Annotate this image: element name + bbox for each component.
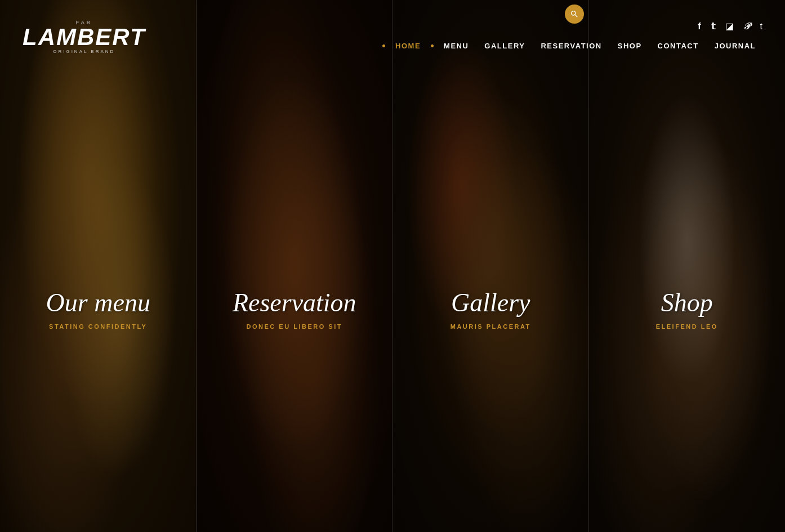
- panel-shop[interactable]: Shop ELEIFEND LEO: [589, 0, 786, 532]
- panel-reservation-subtitle: DONEC EU LIBERO SIT: [233, 323, 356, 330]
- nav-item-journal[interactable]: JOURNAL: [708, 39, 762, 52]
- panel-menu-subtitle: STATING CONFIDENTLY: [46, 323, 150, 330]
- panel-menu-content: Our menu STATING CONFIDENTLY: [46, 289, 150, 330]
- twitter-icon[interactable]: 𝕥: [711, 21, 715, 32]
- panel-reservation-title: Reservation: [233, 289, 356, 318]
- nav-item-menu[interactable]: MENU: [437, 39, 475, 52]
- panel-shop-title: Shop: [656, 289, 718, 318]
- social-icons: f 𝕥 ◪ 𝒫 t: [698, 21, 762, 32]
- panel-shop-content: Shop ELEIFEND LEO: [656, 289, 718, 330]
- nav-item-home[interactable]: HOME: [389, 39, 427, 52]
- nav-item-shop[interactable]: SHOP: [611, 39, 649, 52]
- header: FAB LAMBERT ORIGINAL BRAND f 𝕥 ◪ 𝒫 t HOM…: [0, 0, 785, 73]
- header-right: f 𝕥 ◪ 𝒫 t HOME MENU GALLERY RESERVATION …: [381, 21, 762, 52]
- tumblr-icon[interactable]: t: [760, 21, 762, 32]
- panel-reservation-content: Reservation DONEC EU LIBERO SIT: [233, 289, 356, 330]
- logo-brand: LAMBERT: [23, 25, 146, 49]
- nav-dot-after-home: [431, 44, 434, 47]
- panel-gallery-subtitle: MAURIS PLACERAT: [451, 323, 531, 330]
- nav-dot-before-home: [382, 44, 385, 47]
- panel-menu-title: Our menu: [46, 289, 150, 318]
- nav-item-gallery[interactable]: GALLERY: [478, 39, 532, 52]
- main-nav: HOME MENU GALLERY RESERVATION SHOP CONTA…: [381, 39, 762, 52]
- panel-shop-subtitle: ELEIFEND LEO: [656, 323, 718, 330]
- search-button[interactable]: [565, 5, 584, 24]
- logo[interactable]: FAB LAMBERT ORIGINAL BRAND: [23, 20, 146, 54]
- panel-gallery-title: Gallery: [451, 289, 531, 318]
- search-icon: [570, 10, 579, 19]
- panel-gallery-overlay: [392, 0, 589, 532]
- pinterest-icon[interactable]: 𝒫: [744, 21, 750, 32]
- logo-tagline: ORIGINAL BRAND: [53, 49, 115, 54]
- facebook-icon[interactable]: f: [698, 21, 701, 32]
- panel-reservation[interactable]: Reservation DONEC EU LIBERO SIT: [197, 0, 393, 532]
- panels: Our menu STATING CONFIDENTLY Reservation…: [0, 0, 785, 532]
- panel-menu-overlay: [0, 0, 197, 532]
- panel-gallery[interactable]: Gallery MAURIS PLACERAT: [392, 0, 589, 532]
- panel-gallery-content: Gallery MAURIS PLACERAT: [451, 289, 531, 330]
- panel-reservation-overlay: [197, 0, 393, 532]
- nav-item-reservation[interactable]: RESERVATION: [534, 39, 608, 52]
- instagram-icon[interactable]: ◪: [725, 21, 734, 32]
- panel-shop-overlay: [589, 0, 786, 532]
- nav-item-contact[interactable]: CONTACT: [651, 39, 706, 52]
- panel-menu[interactable]: Our menu STATING CONFIDENTLY: [0, 0, 197, 532]
